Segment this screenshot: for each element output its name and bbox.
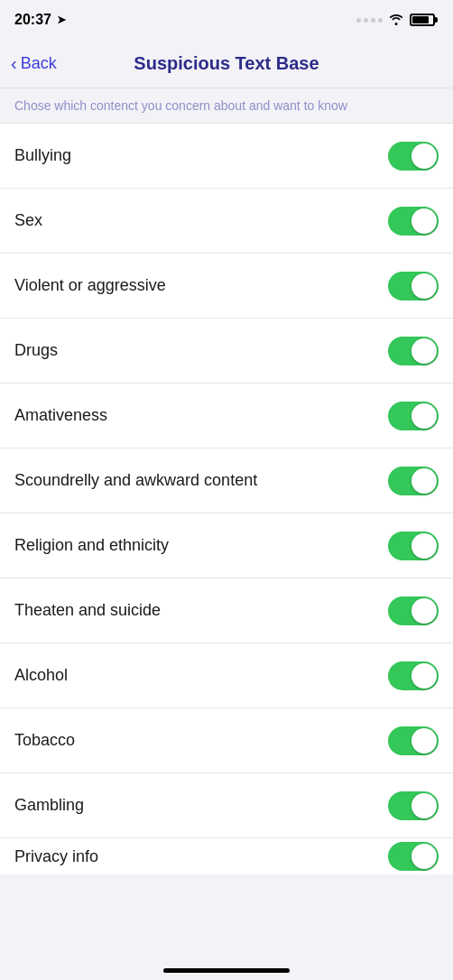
toggle-threaten[interactable] [388,596,439,625]
list-item: Violent or aggressive [0,254,453,319]
location-icon: ➤ [57,14,66,26]
list-item: Privacy info [0,838,453,874]
status-bar: 20:37 ➤ [0,0,453,40]
toggle-violent[interactable] [388,272,439,300]
nav-bar: ‹ Back Suspicious Text Base [0,40,453,88]
toggle-sex[interactable] [388,207,439,236]
list-item: Amativeness [0,384,453,448]
status-time: 20:37 ➤ [14,12,66,28]
item-label: Bullying [14,146,71,165]
item-label: Sex [14,211,42,230]
toggle-scoundrelly[interactable] [388,467,439,495]
item-label: Privacy info [14,847,98,866]
toggle-religion[interactable] [388,532,439,560]
toggle-gambling[interactable] [388,791,439,820]
toggle-drugs[interactable] [388,337,439,365]
home-indicator [163,968,290,973]
list-item: Theaten and suicide [0,578,453,643]
time-display: 20:37 [14,12,51,28]
back-button[interactable]: ‹ Back [11,53,57,74]
item-label: Theaten and suicide [14,601,161,620]
status-icons [356,13,435,28]
toggle-tobacco[interactable] [388,726,439,755]
page-title: Suspicious Text Base [134,53,319,74]
item-label: Religion and ethnicity [14,536,169,555]
subtitle-text: Chose which contenct you concern about a… [14,98,347,113]
subtitle-bar: Chose which contenct you concern about a… [0,88,453,124]
item-label: Tobacco [14,731,75,750]
item-label: Scoundrelly and awkward content [14,471,257,490]
item-label: Violent or aggressive [14,276,166,295]
list-item: Tobacco [0,708,453,773]
item-label: Alcohol [14,666,68,685]
toggle-alcohol[interactable] [388,661,439,690]
signal-icon [356,18,383,23]
list-item: Gambling [0,773,453,838]
item-label: Gambling [14,796,84,815]
chevron-left-icon: ‹ [11,53,17,74]
toggle-amativeness[interactable] [388,402,439,430]
list-item: Sex [0,189,453,254]
list-item: Drugs [0,319,453,384]
list-item: Religion and ethnicity [0,513,453,578]
item-label: Amativeness [14,406,107,425]
wifi-icon [388,13,404,28]
back-label: Back [21,54,57,73]
toggle-privacy[interactable] [388,842,439,871]
battery-icon [410,14,435,26]
settings-list: Bullying Sex Violent or aggressive Drugs [0,124,453,874]
toggle-bullying[interactable] [388,142,439,171]
list-item: Bullying [0,124,453,189]
list-item: Scoundrelly and awkward content [0,448,453,513]
item-label: Drugs [14,341,58,360]
list-item: Alcohol [0,643,453,708]
